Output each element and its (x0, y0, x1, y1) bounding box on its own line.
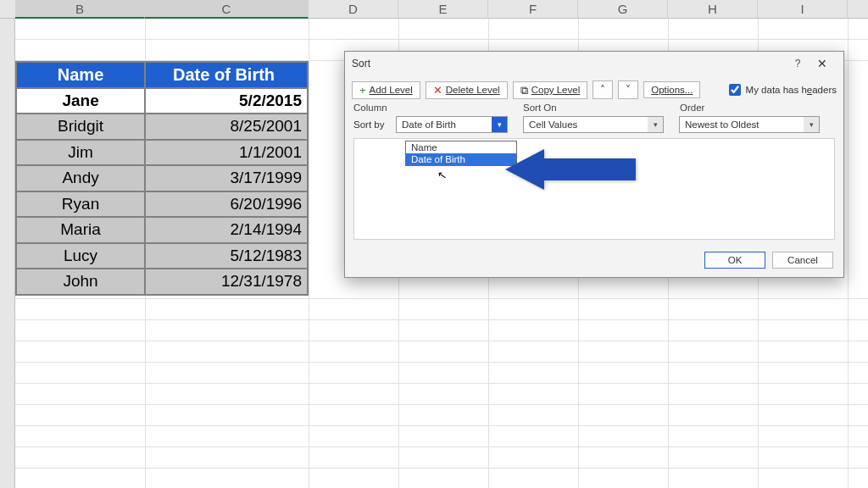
col-header-I[interactable]: I (758, 0, 848, 19)
header-dob: Date of Birth (145, 62, 308, 88)
dialog-title: Sort (352, 58, 787, 69)
options-button[interactable]: Options... (643, 81, 700, 98)
chevron-down-icon: ˅ (626, 84, 631, 96)
sort-column-value: Date of Birth (402, 119, 456, 130)
dropdown-item-dob[interactable]: Date of Birth (406, 153, 516, 165)
chevron-down-icon: ▾ (804, 117, 819, 132)
header-order: Order (680, 103, 835, 113)
table-row[interactable]: Bridgit 8/25/2001 (16, 114, 308, 140)
cell-name[interactable]: Maria (16, 217, 145, 243)
help-icon[interactable]: ? (787, 58, 808, 69)
has-headers-checkbox[interactable]: My data has headers (729, 84, 837, 96)
cell-dob[interactable]: 5/2/2015 (145, 88, 308, 114)
sort-columns-header: Column Sort On Order (345, 103, 843, 113)
header-name: Name (16, 62, 145, 88)
cell-name[interactable]: Ryan (16, 191, 145, 218)
cancel-button[interactable]: Cancel (772, 252, 833, 269)
annotation-arrow-icon (505, 149, 636, 190)
chevron-down-icon: ▾ (492, 117, 507, 132)
col-header-B[interactable]: B (15, 0, 145, 19)
row-header-gutter (0, 19, 15, 488)
copy-level-button[interactable]: ⧉ Copy Level (513, 81, 588, 99)
cell-name[interactable]: Jim (16, 140, 145, 166)
ok-button[interactable]: OK (704, 252, 765, 269)
chevron-up-icon: ˄ (600, 84, 605, 96)
move-up-button[interactable]: ˄ (593, 80, 613, 99)
chevron-down-icon: ▾ (648, 117, 663, 132)
cell-dob[interactable]: 1/1/2001 (145, 140, 308, 166)
sort-by-label: Sort by (353, 119, 396, 130)
col-header-F[interactable]: F (488, 0, 578, 19)
copy-icon: ⧉ (520, 85, 528, 96)
add-level-label: Add Level (370, 85, 413, 95)
cell-dob[interactable]: 5/12/1983 (145, 243, 308, 269)
cursor-icon: ↖ (437, 168, 448, 182)
cell-name[interactable]: Andy (16, 165, 145, 191)
cell-name[interactable]: Lucy (16, 243, 145, 269)
data-table: Name Date of Birth Jane 5/2/2015 Bridgit… (15, 61, 309, 296)
col-header-H[interactable]: H (668, 0, 758, 19)
table-row[interactable]: John 12/31/1978 (16, 269, 308, 295)
cell-dob[interactable]: 8/25/2001 (145, 114, 308, 140)
plus-icon: + (359, 85, 366, 96)
header-sorton: Sort On (523, 103, 680, 113)
cell-dob[interactable]: 3/17/1999 (145, 165, 308, 191)
table-row[interactable]: Jim 1/1/2001 (16, 140, 308, 166)
col-header-E[interactable]: E (398, 0, 488, 19)
table-row[interactable]: Ryan 6/20/1996 (16, 191, 308, 218)
col-header-D[interactable]: D (309, 0, 398, 19)
has-headers-label: My data has headers (746, 85, 837, 95)
cell-name[interactable]: Jane (16, 88, 145, 114)
table-header-row: Name Date of Birth (16, 62, 308, 88)
col-header-C[interactable]: C (145, 0, 309, 19)
dialog-toolbar: + Add Level ✕ Delete Level ⧉ Copy Level … (345, 75, 843, 103)
dropdown-item-name[interactable]: Name (406, 141, 516, 153)
sort-on-value: Cell Values (529, 119, 577, 130)
cell-name[interactable]: John (16, 269, 145, 295)
col-header-G[interactable]: G (578, 0, 668, 19)
delete-level-label: Delete Level (446, 85, 500, 95)
table-row[interactable]: Maria 2/14/1994 (16, 217, 308, 243)
cell-dob[interactable]: 2/14/1994 (145, 217, 308, 243)
delete-level-button[interactable]: ✕ Delete Level (426, 81, 508, 99)
dialog-buttons: OK Cancel (704, 252, 833, 269)
copy-level-label: Copy Level (531, 85, 581, 95)
sort-column-combo[interactable]: Date of Birth ▾ (396, 116, 508, 133)
add-level-button[interactable]: + Add Level (352, 81, 420, 99)
x-icon: ✕ (433, 85, 442, 96)
sort-rule-row: Sort by Date of Birth ▾ Cell Values ▾ Ne… (345, 113, 843, 136)
move-down-button[interactable]: ˅ (618, 80, 638, 99)
cell-name[interactable]: Bridgit (16, 114, 145, 140)
table-row[interactable]: Jane 5/2/2015 (16, 88, 308, 114)
cell-dob[interactable]: 6/20/1996 (145, 191, 308, 218)
header-column: Column (353, 103, 523, 113)
sort-order-value: Newest to Oldest (685, 119, 760, 130)
cell-dob[interactable]: 12/31/1978 (145, 269, 308, 295)
sort-on-combo[interactable]: Cell Values ▾ (523, 116, 664, 133)
dialog-titlebar[interactable]: Sort ? ✕ (345, 52, 843, 75)
has-headers-input[interactable] (729, 84, 741, 96)
close-icon[interactable]: ✕ (808, 57, 837, 70)
options-label: Options... (651, 85, 693, 95)
table-row[interactable]: Lucy 5/12/1983 (16, 243, 308, 269)
sort-column-dropdown[interactable]: Name Date of Birth (405, 141, 517, 166)
table-row[interactable]: Andy 3/17/1999 (16, 165, 308, 191)
column-header-row: B C D E F G H I (0, 0, 868, 19)
sort-order-combo[interactable]: Newest to Oldest ▾ (679, 116, 820, 133)
